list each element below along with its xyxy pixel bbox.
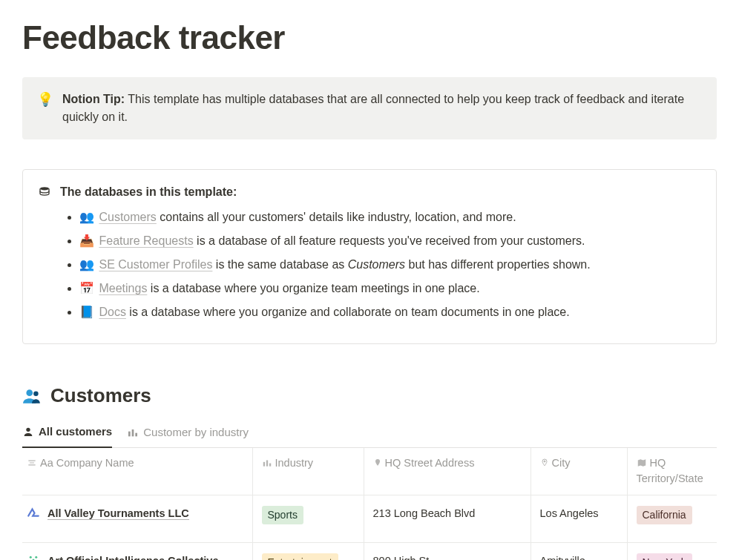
svg-point-10 — [544, 461, 545, 462]
company-logo-icon — [27, 553, 40, 560]
city-cell: Amityville — [531, 543, 627, 561]
callout-body: This template has multiple databases tha… — [62, 93, 684, 123]
svg-point-1 — [26, 389, 33, 396]
address-cell: 800 High St — [364, 543, 531, 561]
svg-rect-9 — [269, 463, 270, 466]
person-icon — [22, 426, 34, 438]
customers-link[interactable]: Customers — [99, 211, 156, 223]
book-icon: 📘 — [79, 303, 94, 321]
svg-rect-8 — [266, 460, 267, 466]
inbox-icon: 📥 — [79, 232, 94, 250]
table-header-row: Aa Company Name Industry HQ Street Addre… — [22, 448, 717, 495]
col-header-label: HQ Street Address — [385, 457, 475, 469]
svg-point-2 — [33, 391, 38, 396]
tab-customer-by-industry[interactable]: Customer by industry — [127, 419, 249, 447]
company-link[interactable]: All Valley Tournaments LLC — [47, 507, 189, 520]
list-item: 📅 Meetings is a database where you organ… — [79, 280, 701, 297]
address-cell: 213 Long Beach Blvd — [364, 495, 531, 543]
se-customer-profiles-link[interactable]: SE Customer Profiles — [99, 258, 212, 271]
database-icon — [38, 186, 51, 198]
col-header-label: Industry — [275, 457, 314, 469]
list-item: 📥 Feature Requests is a database of all … — [79, 232, 701, 250]
col-header-label: Company Name — [56, 457, 134, 469]
customers-table: Aa Company Name Industry HQ Street Addre… — [22, 448, 717, 561]
svg-point-3 — [26, 428, 30, 432]
list-item: 👥 Customers contains all your customers'… — [79, 208, 701, 226]
map-icon — [637, 457, 650, 469]
list-item-text: is a database where you organize team me… — [147, 282, 479, 294]
company-link[interactable]: Art Official Intelligence Collective — [47, 555, 218, 560]
customers-icon — [22, 386, 42, 406]
list-item-text: is the same database as — [212, 258, 347, 271]
territory-tag: California — [637, 506, 692, 524]
svg-rect-5 — [132, 429, 134, 436]
svg-rect-7 — [263, 461, 264, 466]
tab-all-customers[interactable]: All customers — [22, 419, 112, 448]
customers-tabs: All customers Customer by industry — [22, 419, 717, 448]
people-icon: 👥 — [79, 208, 94, 226]
people-icon: 👥 — [79, 256, 94, 274]
tab-label: All customers — [39, 424, 112, 441]
svg-point-12 — [35, 556, 37, 559]
svg-rect-4 — [128, 431, 131, 436]
databases-list: 👥 Customers contains all your customers'… — [38, 208, 701, 321]
list-item-italic: Customers — [348, 258, 405, 271]
col-header-label: City — [552, 457, 571, 469]
list-item-text: contains all your customers' details lik… — [157, 211, 516, 223]
databases-header-text: The databases in this template: — [60, 183, 237, 201]
svg-point-0 — [40, 187, 49, 190]
callout-bold: Notion Tip: — [62, 93, 125, 105]
company-logo-icon — [27, 506, 40, 519]
industry-icon — [262, 457, 275, 469]
bulb-icon: 💡 — [37, 90, 53, 109]
col-address[interactable]: HQ Street Address — [364, 448, 531, 495]
col-company-name[interactable]: Aa Company Name — [22, 448, 252, 495]
pin-icon — [373, 457, 385, 469]
industry-tag: Entertainment — [262, 553, 338, 560]
city-cell: Los Angeles — [531, 495, 627, 543]
col-city[interactable]: City — [531, 448, 627, 495]
meetings-link[interactable]: Meetings — [99, 282, 147, 294]
page-title: Feedback tracker — [22, 13, 717, 62]
customers-section-header: Customers — [22, 381, 717, 410]
tip-callout: 💡 Notion Tip: This template has multiple… — [22, 77, 717, 139]
svg-rect-6 — [136, 432, 138, 436]
table-row[interactable]: All Valley Tournaments LLC Sports 213 Lo… — [22, 495, 717, 543]
feature-requests-link[interactable]: Feature Requests — [99, 234, 193, 247]
industry-tag: Sports — [262, 506, 303, 524]
list-item: 👥 SE Customer Profiles is the same datab… — [79, 256, 701, 274]
databases-info-box: The databases in this template: 👥 Custom… — [22, 169, 717, 344]
svg-point-11 — [30, 556, 32, 559]
territory-tag: New York — [637, 553, 692, 560]
col-territory[interactable]: HQ Territory/State — [627, 448, 717, 495]
calendar-icon: 📅 — [79, 280, 94, 297]
list-item-text: is a database where you organize and col… — [126, 306, 570, 318]
list-item: 📘 Docs is a database where you organize … — [79, 303, 701, 321]
location-icon — [540, 457, 552, 469]
list-item-text: is a database of all feature requests yo… — [194, 234, 585, 247]
tab-label: Customer by industry — [143, 424, 249, 441]
databases-info-header: The databases in this template: — [38, 183, 701, 201]
text-icon — [27, 457, 40, 469]
list-item-text: but has different properties shown. — [405, 258, 591, 271]
table-row[interactable]: Art Official Intelligence Collective Ent… — [22, 543, 717, 561]
col-header-text: Aa — [40, 457, 56, 469]
industry-icon — [127, 426, 139, 438]
callout-text: Notion Tip: This template has multiple d… — [62, 90, 702, 126]
customers-title: Customers — [50, 381, 151, 410]
docs-link[interactable]: Docs — [99, 306, 125, 318]
col-industry[interactable]: Industry — [252, 448, 364, 495]
